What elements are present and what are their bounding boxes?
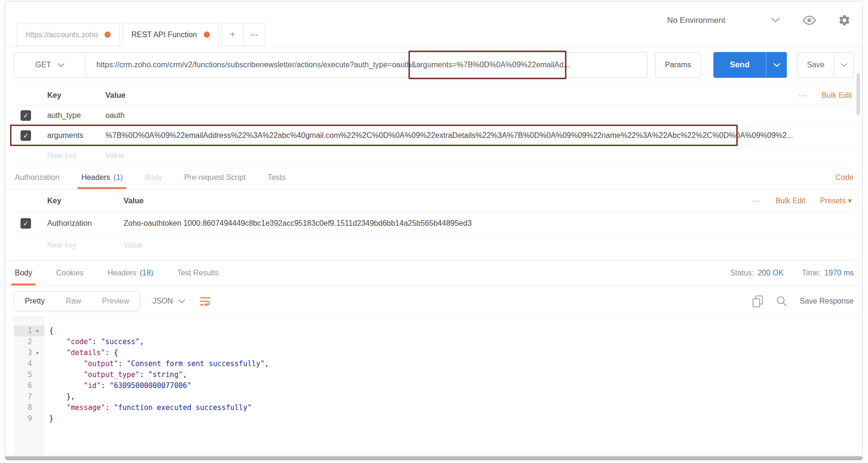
params-menu-button[interactable]: ••• — [799, 93, 807, 98]
chevron-down-icon — [58, 63, 64, 67]
fold-toggle-icon — [32, 358, 42, 369]
code-line-text: "output_type": "string", — [44, 369, 187, 380]
param-row-new — [14, 146, 854, 166]
app-window: https://accounts.zoho REST API Function … — [5, 1, 863, 456]
row-checkbox[interactable] — [21, 110, 31, 121]
code-line: 1▾{ — [5, 326, 862, 337]
send-button[interactable]: Send — [713, 52, 766, 78]
window-bottom-edge — [5, 456, 863, 460]
code-line: 6 "id": "63095000000077006" — [5, 380, 862, 391]
column-header-key: Key — [47, 197, 124, 205]
chevron-down-icon — [841, 63, 847, 67]
fold-toggle-icon[interactable]: ▾ — [32, 326, 42, 337]
wrap-text-icon[interactable] — [199, 296, 211, 306]
fold-toggle-icon — [32, 337, 42, 347]
header-row-new — [14, 234, 854, 256]
unsaved-dot-icon — [204, 32, 210, 38]
response-tab-cookies[interactable]: Cookies — [55, 261, 84, 285]
app-header: https://accounts.zoho REST API Function … — [5, 1, 862, 46]
headers-menu-button[interactable]: ••• — [753, 198, 762, 204]
unsaved-dot-icon — [105, 32, 111, 38]
code-line-text: "message": "function executed successful… — [44, 402, 251, 413]
param-key[interactable]: arguments — [47, 131, 105, 140]
param-key[interactable]: auth_type — [47, 111, 105, 120]
url-input[interactable]: https://crm.zoho.com/crm/v2/functions/su… — [86, 53, 647, 77]
param-value[interactable]: oauth — [105, 111, 854, 120]
request-tab-accounts-zoho[interactable]: https://accounts.zoho — [17, 23, 120, 46]
search-response-icon[interactable] — [776, 295, 787, 307]
environment-selector[interactable]: No Environment — [667, 16, 725, 25]
headers-editor: Key Value ••• Bulk Edit Presets ▾ Author… — [5, 189, 862, 256]
response-tab-headers[interactable]: Headers(18) — [106, 261, 154, 285]
code-line: 8 "message": "function executed successf… — [5, 402, 862, 413]
chevron-down-icon — [774, 63, 780, 67]
tab-body[interactable]: Body — [144, 166, 163, 189]
line-number: 8 — [14, 402, 32, 413]
code-line: 3▾ "details": { — [5, 347, 862, 358]
environment-area: No Environment — [667, 14, 851, 27]
url-control: GET https://crm.zoho.com/crm/v2/function… — [14, 52, 648, 78]
scrollbar-thumb[interactable] — [857, 73, 860, 115]
view-mode-preview[interactable]: Preview — [92, 292, 140, 311]
line-number: 5 — [14, 369, 32, 380]
presets-dropdown[interactable]: Presets ▾ — [820, 196, 852, 205]
environment-quick-look-eye-icon[interactable] — [802, 15, 817, 25]
method-label: GET — [35, 61, 51, 69]
code-line-text: "id": "63095000000077006" — [44, 380, 191, 391]
send-options-button[interactable] — [766, 52, 787, 78]
row-checkbox[interactable] — [21, 130, 31, 141]
tab-headers[interactable]: Headers(1) — [80, 166, 124, 189]
tab-options-button[interactable]: ••• — [243, 23, 265, 46]
param-value[interactable]: %7B%0D%0A%09%22emailAddress%22%3A%22abc%… — [105, 131, 854, 140]
save-button[interactable]: Save — [797, 52, 834, 78]
header-value[interactable]: Zoho-oauthtoken 1000.8607494449c8bc1e392… — [124, 219, 854, 228]
chevron-down-icon[interactable] — [771, 18, 780, 23]
view-mode-pretty[interactable]: Pretty — [14, 292, 55, 311]
line-number: 3 — [14, 347, 32, 358]
params-toggle-button[interactable]: Params — [655, 52, 701, 78]
response-code[interactable]: 1▾{2 "code": "success",3▾ "details": {4 … — [5, 316, 862, 456]
code-line: 7 }, — [5, 391, 862, 402]
request-tab-label: REST API Function — [131, 31, 197, 39]
column-header-value: Value — [124, 197, 753, 205]
response-tab-body[interactable]: Body — [14, 261, 33, 285]
new-value-input[interactable] — [124, 241, 817, 250]
bulk-edit-link[interactable]: Bulk Edit — [822, 91, 852, 100]
code-line-text: } — [44, 413, 53, 424]
new-key-input[interactable] — [47, 241, 120, 250]
tab-tests[interactable]: Tests — [267, 166, 286, 189]
line-number: 2 — [14, 337, 32, 347]
request-tab-rest-api-function[interactable]: REST API Function — [122, 23, 219, 46]
headers-count-badge: (1) — [114, 173, 123, 182]
new-tab-button[interactable]: + — [221, 23, 243, 46]
fold-toggle-icon[interactable]: ▾ — [32, 347, 42, 358]
new-value-input[interactable] — [105, 151, 816, 160]
params-editor: Key Value ••• Bulk Edit auth_type oauth … — [5, 78, 862, 166]
save-options-button[interactable] — [834, 52, 854, 78]
request-builder-row: GET https://crm.zoho.com/crm/v2/function… — [5, 46, 862, 78]
tab-prerequest-script[interactable]: Pre-request Script — [183, 166, 247, 189]
method-select[interactable]: GET — [14, 53, 86, 77]
param-row-auth-type: auth_type oauth — [14, 105, 854, 126]
response-tab-test-results[interactable]: Test Results — [176, 261, 220, 285]
copy-response-icon[interactable] — [752, 295, 763, 308]
response-status: Status: 200 OK Time: 1970 ms — [730, 269, 854, 277]
bulk-edit-link[interactable]: Bulk Edit — [775, 197, 805, 205]
format-select[interactable]: JSON — [153, 297, 186, 305]
fold-toggle-icon — [32, 369, 42, 380]
row-checkbox[interactable] — [21, 218, 31, 229]
view-mode-raw[interactable]: Raw — [55, 292, 92, 311]
new-key-input[interactable] — [47, 151, 103, 160]
fold-toggle-icon — [32, 413, 42, 424]
code-line-text: "code": "success", — [44, 337, 144, 347]
line-number: 4 — [14, 358, 32, 369]
save-response-button[interactable]: Save Response — [800, 297, 854, 305]
header-key[interactable]: Authorization — [47, 219, 124, 228]
response-headers-count-badge: (18) — [140, 269, 153, 277]
code-line-text: { — [44, 326, 53, 337]
settings-gear-icon[interactable] — [838, 14, 851, 27]
header-row-authorization: Authorization Zoho-oauthtoken 1000.86074… — [14, 212, 854, 234]
headers-caption-row: Key Value ••• Bulk Edit Presets ▾ — [14, 189, 854, 212]
tab-authorization[interactable]: Authorization — [14, 166, 60, 189]
code-link[interactable]: Code — [836, 173, 854, 182]
